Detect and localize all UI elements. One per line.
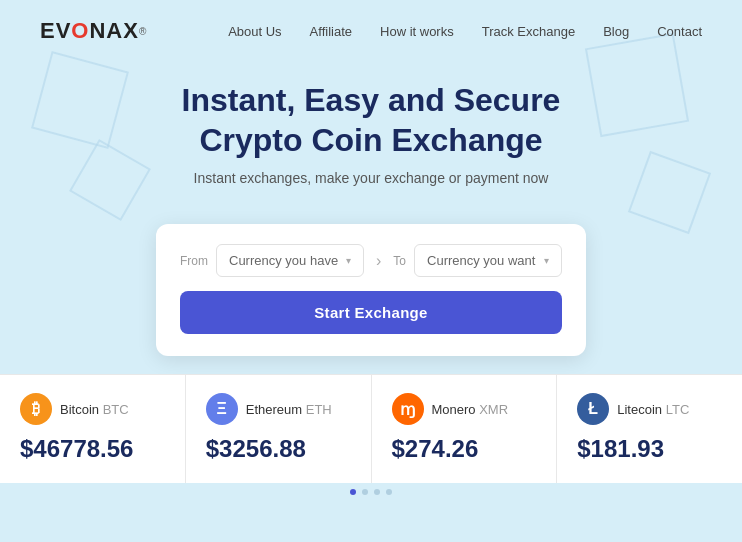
coin-price-ltc: $181.93: [577, 435, 722, 463]
coin-header: Ł Litecoin LTC: [577, 393, 722, 425]
coin-price-xmr: $274.26: [392, 435, 537, 463]
coin-icon-xmr: ɱ: [392, 393, 424, 425]
coin-header: ɱ Monero XMR: [392, 393, 537, 425]
nav-item-about[interactable]: About Us: [228, 24, 281, 39]
dot-0[interactable]: [350, 489, 356, 495]
coin-price-btc: $46778.56: [20, 435, 165, 463]
coin-name-btc: Bitcoin BTC: [60, 402, 129, 417]
coin-card-btc: ₿ Bitcoin BTC $46778.56: [0, 374, 186, 483]
logo: EVONAX®: [40, 18, 147, 44]
hero-title-line1: Instant, Easy and Secure: [182, 82, 561, 118]
to-label: To: [393, 254, 406, 268]
coin-icon-ltc: Ł: [577, 393, 609, 425]
header: EVONAX® About UsAffiliateHow it worksTra…: [0, 0, 742, 62]
coin-card-xmr: ɱ Monero XMR $274.26: [372, 374, 558, 483]
exchange-box: From Currency you have ▾ › To Currency y…: [156, 224, 586, 356]
dot-2[interactable]: [374, 489, 380, 495]
coin-symbol-btc: BTC: [103, 402, 129, 417]
logo-o: O: [71, 18, 89, 44]
coin-symbol-ltc: LTC: [666, 402, 690, 417]
coin-name-xmr: Monero XMR: [432, 402, 509, 417]
logo-nax: NAX: [89, 18, 138, 44]
nav-item-how-it-works[interactable]: How it works: [380, 24, 454, 39]
exchange-arrow-icon: ›: [376, 252, 381, 270]
coin-icon-btc: ₿: [20, 393, 52, 425]
coin-name-ltc: Litecoin LTC: [617, 402, 689, 417]
coin-price-eth: $3256.88: [206, 435, 351, 463]
to-chevron-icon: ▾: [544, 255, 549, 266]
coins-section: ₿ Bitcoin BTC $46778.56 Ξ Ethereum ETH $…: [0, 374, 742, 483]
nav-item-track-exchange[interactable]: Track Exchange: [482, 24, 575, 39]
to-currency-value: Currency you want: [427, 253, 535, 268]
from-currency-select[interactable]: Currency you have ▾: [216, 244, 364, 277]
logo-ev: EV: [40, 18, 71, 44]
from-currency-value: Currency you have: [229, 253, 338, 268]
hero-section: Instant, Easy and Secure Crypto Coin Exc…: [0, 62, 742, 206]
from-chevron-icon: ▾: [346, 255, 351, 266]
coin-symbol-xmr: XMR: [479, 402, 508, 417]
coin-icon-eth: Ξ: [206, 393, 238, 425]
exchange-row: From Currency you have ▾ › To Currency y…: [180, 244, 562, 277]
dot-3[interactable]: [386, 489, 392, 495]
coin-header: Ξ Ethereum ETH: [206, 393, 351, 425]
nav-item-blog[interactable]: Blog: [603, 24, 629, 39]
coin-card-eth: Ξ Ethereum ETH $3256.88: [186, 374, 372, 483]
dots-row: [0, 483, 742, 501]
nav-item-contact[interactable]: Contact: [657, 24, 702, 39]
nav-item-affiliate[interactable]: Affiliate: [310, 24, 352, 39]
hero-subtitle: Instant exchanges, make your exchange or…: [40, 170, 702, 186]
nav: About UsAffiliateHow it worksTrack Excha…: [228, 24, 702, 39]
start-exchange-button[interactable]: Start Exchange: [180, 291, 562, 334]
dot-1[interactable]: [362, 489, 368, 495]
coin-symbol-eth: ETH: [306, 402, 332, 417]
hero-title: Instant, Easy and Secure Crypto Coin Exc…: [40, 80, 702, 160]
logo-reg: ®: [139, 26, 147, 37]
from-label: From: [180, 254, 208, 268]
coin-card-ltc: Ł Litecoin LTC $181.93: [557, 374, 742, 483]
to-currency-select[interactable]: Currency you want ▾: [414, 244, 562, 277]
hero-title-line2: Crypto Coin Exchange: [199, 122, 542, 158]
coin-name-eth: Ethereum ETH: [246, 402, 332, 417]
coin-header: ₿ Bitcoin BTC: [20, 393, 165, 425]
